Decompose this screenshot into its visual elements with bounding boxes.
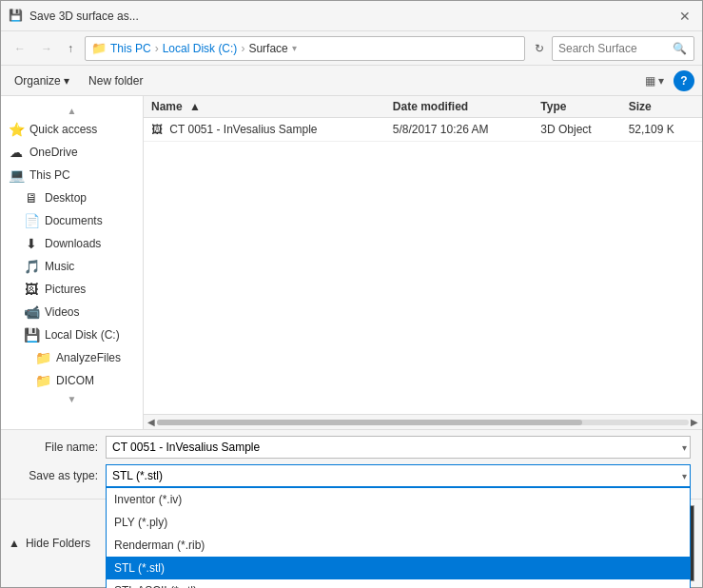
sidebar-item-dicom[interactable]: 📁 DICOM	[1, 369, 143, 392]
filename-row: File name: ▾	[12, 436, 691, 459]
breadcrumb: This PC › Local Disk (C:) › Surface	[110, 42, 288, 55]
nav-bar: ← → ↑ 📁 This PC › Local Disk (C:) › Surf…	[1, 31, 702, 66]
sidebar: ▲ ⭐ Quick access ☁ OneDrive 💻 This PC 🖥 …	[1, 96, 144, 429]
sidebar-item-localdisk[interactable]: 💾 Local Disk (C:)	[1, 323, 143, 346]
view-button[interactable]: ▦ ▾	[639, 70, 670, 91]
sidebar-item-music[interactable]: 🎵 Music	[1, 255, 143, 278]
toolbar-right: ▦ ▾ ?	[639, 70, 694, 91]
file-list: Name ▲ Date modified Type Size 🖼 CT 0051…	[144, 96, 702, 414]
saveastype-label: Save as type:	[12, 469, 98, 482]
sidebar-item-desktop[interactable]: 🖥 Desktop	[1, 186, 143, 209]
localdisk-icon: 💾	[24, 327, 39, 343]
back-button[interactable]: ←	[9, 38, 31, 59]
breadcrumb-thispc[interactable]: This PC	[110, 42, 151, 55]
filename-label: File name:	[12, 441, 98, 454]
sidebar-item-analyzefiles[interactable]: 📁 AnalyzeFiles	[1, 346, 143, 369]
file-area: Name ▲ Date modified Type Size 🖼 CT 0051…	[144, 96, 702, 429]
bottom-panel: File name: ▾ Save as type: ▾ Inventor (*…	[1, 429, 702, 499]
saveastype-row: Save as type: ▾ Inventor (*.iv)PLY (*.pl…	[12, 464, 691, 487]
search-icon: 🔍	[673, 42, 687, 55]
horizontal-scrollbar[interactable]: ◀ ▶	[144, 414, 702, 429]
sidebar-item-videos[interactable]: 📹 Videos	[1, 301, 143, 323]
saveastype-input[interactable]	[106, 464, 691, 487]
dropdown-item[interactable]: Inventor (*.iv)	[107, 488, 690, 511]
sidebar-item-downloads[interactable]: ⬇ Downloads	[1, 232, 143, 255]
search-input[interactable]	[558, 42, 673, 55]
sidebar-label-quickaccess: Quick access	[29, 123, 97, 136]
new-folder-button[interactable]: New folder	[83, 71, 148, 90]
up-button[interactable]: ↑	[62, 38, 79, 59]
file-icon: 🖼	[151, 123, 163, 136]
sort-arrow: ▲	[189, 100, 201, 113]
sidebar-label-videos: Videos	[45, 305, 79, 319]
filename-input[interactable]	[106, 436, 691, 459]
title-bar-left: 💾 Save 3D surface as...	[9, 9, 139, 24]
onedrive-icon: ☁	[9, 145, 24, 160]
table-row[interactable]: 🖼 CT 0051 - InVesalius Sample 5/8/2017 1…	[144, 118, 702, 142]
file-name-cell: 🖼 CT 0051 - InVesalius Sample	[144, 118, 385, 142]
col-date-modified[interactable]: Date modified	[385, 96, 534, 118]
sidebar-item-thispc[interactable]: 💻 This PC	[1, 164, 143, 186]
breadcrumb-surface: Surface	[248, 42, 287, 55]
sidebar-item-documents[interactable]: 📄 Documents	[1, 209, 143, 232]
quickaccess-icon: ⭐	[9, 122, 24, 137]
sidebar-label-analyzefiles: AnalyzeFiles	[56, 351, 121, 364]
sidebar-label-dicom: DICOM	[56, 374, 94, 387]
dropdown-item[interactable]: PLY (*.ply)	[107, 511, 690, 534]
sidebar-label-documents: Documents	[45, 214, 103, 227]
window-title: Save 3D surface as...	[29, 10, 139, 23]
sidebar-label-downloads: Downloads	[45, 237, 101, 250]
file-date: 5/8/2017 10:26 AM	[385, 118, 534, 142]
help-button[interactable]: ?	[674, 70, 694, 91]
close-button[interactable]: ✕	[675, 7, 694, 26]
file-type: 3D Object	[533, 118, 620, 142]
dropdown-item[interactable]: STL (*.stl)	[107, 557, 690, 579]
title-bar: 💾 Save 3D surface as... ✕	[1, 1, 702, 31]
analyzefiles-icon: 📁	[35, 350, 50, 365]
dicom-icon: 📁	[35, 373, 50, 388]
scrollbar-right-arrow[interactable]: ▶	[689, 417, 700, 427]
hide-folders-icon: ▲	[9, 537, 20, 550]
dropdown-item[interactable]: STL ASCII (*.stl)	[107, 579, 690, 588]
sidebar-label-localdisk: Local Disk (C:)	[45, 328, 120, 342]
col-type[interactable]: Type	[533, 96, 620, 118]
hide-folders-label: Hide Folders	[26, 537, 90, 550]
sidebar-scroll-down[interactable]: ▼	[1, 392, 143, 406]
desktop-icon: 🖥	[24, 190, 39, 206]
file-size: 52,109 K	[621, 118, 702, 142]
breadcrumb-bar: 📁 This PC › Local Disk (C:) › Surface ▾	[85, 36, 525, 61]
breadcrumb-dropdown-arrow[interactable]: ▾	[292, 43, 297, 53]
scrollbar-left-arrow[interactable]: ◀	[146, 417, 157, 427]
main-content: ▲ ⭐ Quick access ☁ OneDrive 💻 This PC 🖥 …	[1, 96, 702, 429]
sidebar-item-pictures[interactable]: 🖼 Pictures	[1, 278, 143, 301]
file-name: CT 0051 - InVesalius Sample	[169, 123, 317, 136]
saveastype-input-wrap: ▾ Inventor (*.iv)PLY (*.ply)Renderman (*…	[106, 464, 691, 487]
search-box: 🔍	[552, 36, 694, 61]
scrollbar-track	[157, 420, 689, 425]
forward-button[interactable]: →	[35, 38, 58, 59]
dropdown-item[interactable]: Renderman (*.rib)	[107, 534, 690, 557]
sidebar-label-thispc: This PC	[29, 168, 70, 182]
col-size[interactable]: Size	[621, 96, 702, 118]
sidebar-label-music: Music	[45, 260, 74, 273]
file-table: Name ▲ Date modified Type Size 🖼 CT 0051…	[144, 96, 702, 142]
saveastype-dropdown: Inventor (*.iv)PLY (*.ply)Renderman (*.r…	[106, 487, 691, 588]
organize-button[interactable]: Organize ▾	[9, 71, 75, 90]
toolbar: Organize ▾ New folder ▦ ▾ ?	[1, 66, 702, 96]
downloads-icon: ⬇	[24, 236, 39, 251]
thispc-icon: 💻	[9, 167, 24, 183]
folder-icon: 📁	[91, 41, 107, 55]
scrollbar-thumb[interactable]	[157, 420, 582, 425]
refresh-button[interactable]: ↻	[531, 40, 548, 57]
sidebar-label-onedrive: OneDrive	[29, 146, 78, 159]
documents-icon: 📄	[24, 213, 39, 228]
sidebar-label-desktop: Desktop	[45, 191, 87, 205]
breadcrumb-localdisk[interactable]: Local Disk (C:)	[163, 42, 238, 55]
sidebar-item-onedrive[interactable]: ☁ OneDrive	[1, 141, 143, 164]
music-icon: 🎵	[24, 259, 39, 274]
window-icon: 💾	[9, 9, 24, 24]
col-name[interactable]: Name ▲	[144, 96, 385, 118]
sidebar-scroll-up[interactable]: ▲	[1, 104, 143, 118]
filename-input-wrap: ▾	[106, 436, 691, 459]
sidebar-item-quickaccess[interactable]: ⭐ Quick access	[1, 118, 143, 141]
